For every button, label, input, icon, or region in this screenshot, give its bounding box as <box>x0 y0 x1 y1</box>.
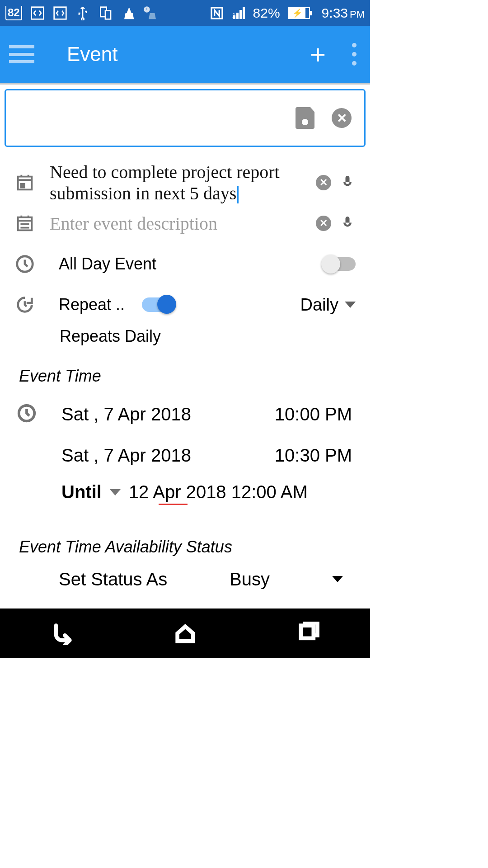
availability-row[interactable]: Set Status As Busy <box>5 569 366 589</box>
chevron-down-icon-3 <box>332 576 343 582</box>
availability-value: Busy <box>167 569 332 589</box>
status-time: 9:33PM <box>318 5 365 21</box>
description-row: Enter event description ✕ <box>5 206 366 241</box>
availability-label: Set Status As <box>59 569 167 589</box>
allday-label: All Day Event <box>59 255 323 274</box>
until-row: Until 12 Apr 2018 12:00 AM <box>16 476 352 509</box>
repeat-label: Repeat .. <box>59 295 131 314</box>
save-icon[interactable] <box>296 107 314 129</box>
signal-icon <box>233 7 245 19</box>
svg-rect-3 <box>105 10 111 19</box>
start-time-row: Sat , 7 Apr 2018 10:00 PM <box>16 393 352 435</box>
status-badge-icon: 82 <box>5 6 22 20</box>
battery-percentage: 82% <box>253 5 280 21</box>
home-button[interactable] <box>174 622 197 645</box>
repeat-row: Repeat .. Daily <box>5 277 366 318</box>
until-date[interactable]: 12 Apr 2018 12:00 AM <box>129 482 308 502</box>
code-icon-2 <box>53 6 67 20</box>
recents-button[interactable] <box>297 622 320 645</box>
event-time-header: Event Time <box>5 350 366 388</box>
close-icon[interactable]: ✕ <box>332 108 352 128</box>
end-date[interactable]: Sat , 7 Apr 2018 <box>61 445 275 466</box>
chevron-down-icon <box>345 302 356 308</box>
devices-icon <box>98 6 113 20</box>
until-dropdown[interactable]: Until <box>61 482 102 502</box>
usb-icon <box>75 6 90 20</box>
clock-icon <box>14 254 35 274</box>
clean-icon <box>121 6 135 20</box>
event-description-input[interactable]: Enter event description <box>50 213 316 234</box>
end-time[interactable]: 10:30 PM <box>275 445 352 466</box>
allday-row: All Day Event <box>5 241 366 277</box>
start-date[interactable]: Sat , 7 Apr 2018 <box>61 404 275 425</box>
availability-header: Event Time Availability Status <box>5 509 366 569</box>
repeat-frequency-dropdown[interactable]: Daily <box>300 295 356 315</box>
event-title-input[interactable]: Need to complete project report submissi… <box>50 161 316 204</box>
app-bar: Event + <box>0 26 370 83</box>
mic-icon[interactable] <box>339 172 356 193</box>
svg-text:!: ! <box>146 7 147 12</box>
allday-toggle[interactable] <box>323 257 356 271</box>
battery-icon: ⚡ <box>288 7 310 19</box>
android-status-bar: 82 ! 1 82% ⚡ 9:33PM <box>0 0 370 26</box>
back-button[interactable] <box>50 622 74 645</box>
menu-button[interactable] <box>9 45 34 63</box>
end-time-row: Sat , 7 Apr 2018 10:30 PM <box>16 435 352 476</box>
top-action-box[interactable]: ✕ <box>5 89 366 147</box>
chevron-down-icon-2 <box>110 489 121 495</box>
calendar-icon <box>14 172 35 193</box>
app-title: Event <box>67 43 310 66</box>
repeat-icon <box>14 294 35 315</box>
code-icon <box>30 6 45 20</box>
clear-title-button[interactable]: ✕ <box>316 175 331 190</box>
title-row: Need to complete project report submissi… <box>5 160 366 206</box>
add-button[interactable]: + <box>310 39 326 70</box>
start-time[interactable]: 10:00 PM <box>275 404 352 425</box>
svg-rect-10 <box>300 626 313 638</box>
mic-icon-2[interactable] <box>339 213 356 234</box>
notes-icon <box>14 213 35 234</box>
overflow-menu-button[interactable] <box>347 43 361 66</box>
alert-clean-icon: ! <box>143 6 158 20</box>
svg-rect-7 <box>20 184 25 188</box>
repeat-summary: Repeats Daily <box>5 318 366 350</box>
clear-description-button[interactable]: ✕ <box>316 216 331 231</box>
nfc-icon <box>210 6 224 20</box>
clock-icon-2 <box>16 403 37 425</box>
repeat-toggle[interactable] <box>142 297 174 312</box>
android-nav-bar <box>0 609 370 658</box>
